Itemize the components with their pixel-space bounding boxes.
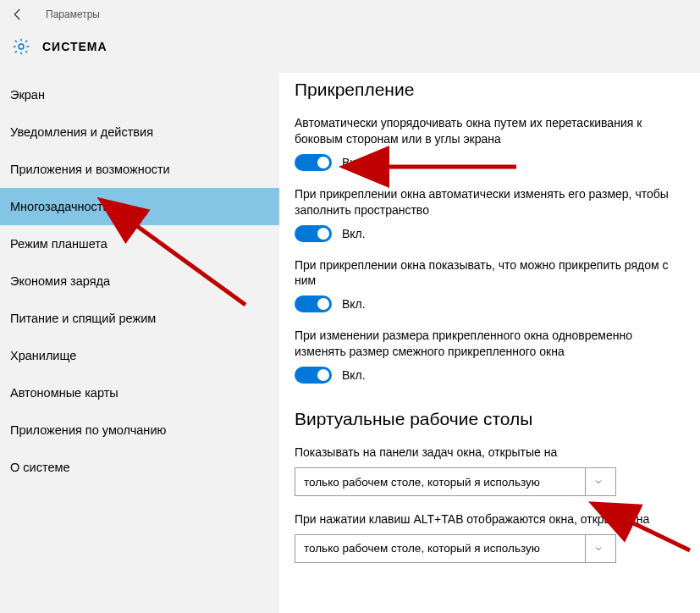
chevron-down-icon	[585, 535, 610, 562]
sidebar-item-apps[interactable]: Приложения и возможности	[0, 151, 279, 188]
titlebar: Параметры	[0, 0, 700, 29]
section-title-snap: Прикрепление	[295, 80, 675, 100]
setting-snap-assist: При прикреплении окна показывать, что мо…	[295, 257, 675, 313]
toggle-state-label: Вкл.	[342, 227, 366, 240]
setting-desc: При прикреплении окна показывать, что мо…	[295, 257, 675, 290]
toggle-state-label: Вкл.	[342, 368, 366, 382]
select-vdesktop-taskbar[interactable]: только рабочем столе, который я использу…	[295, 467, 616, 496]
setting-snap-adjacent-resize: При изменении размера прикрепленного окн…	[295, 328, 675, 384]
chevron-down-icon	[585, 468, 610, 495]
toggle-state-label: Вкл.	[342, 156, 366, 169]
sidebar-item-power[interactable]: Питание и спящий режим	[0, 300, 279, 337]
sidebar-item-storage[interactable]: Хранилище	[0, 337, 279, 374]
sidebar-item-default-apps[interactable]: Приложения по умолчанию	[0, 411, 279, 449]
setting-desc: При изменении размера прикрепленного окн…	[295, 328, 675, 360]
section-title-vdesktops: Виртуальные рабочие столы	[295, 409, 675, 429]
sidebar-item-display[interactable]: Экран	[0, 76, 279, 113]
sidebar: Экран Уведомления и действия Приложения …	[0, 73, 279, 613]
select-value: только рабочем столе, который я использу…	[304, 476, 540, 489]
window-title: Параметры	[46, 8, 100, 20]
setting-snap-auto-arrange: Автоматически упорядочивать окна путем и…	[295, 115, 675, 171]
page-header: СИСТЕМА	[0, 29, 700, 73]
setting-desc: При прикреплении окна автоматически изме…	[295, 186, 675, 218]
sidebar-item-battery[interactable]: Экономия заряда	[0, 262, 279, 300]
vdesktop-taskbar-label: Показывать на панели задач окна, открыты…	[295, 445, 675, 461]
select-value: только рабочем столе, который я использу…	[304, 542, 540, 555]
content-area: Прикрепление Автоматически упорядочивать…	[279, 73, 700, 613]
setting-snap-resize: При прикреплении окна автоматически изме…	[295, 186, 675, 242]
page-title: СИСТЕМА	[42, 40, 107, 53]
sidebar-item-multitasking[interactable]: Многозадачность	[0, 188, 279, 225]
vdesktop-alttab-label: При нажатии клавиш ALT+TAB отображаются …	[295, 511, 675, 527]
toggle-snap-adjacent-resize[interactable]	[295, 367, 332, 384]
sidebar-item-tablet[interactable]: Режим планшета	[0, 225, 279, 262]
sidebar-item-notifications[interactable]: Уведомления и действия	[0, 113, 279, 151]
toggle-snap-auto-arrange[interactable]	[295, 154, 332, 171]
gear-icon	[12, 37, 30, 56]
toggle-snap-resize[interactable]	[295, 225, 332, 242]
select-vdesktop-alttab[interactable]: только рабочем столе, который я использу…	[295, 534, 616, 563]
toggle-snap-assist[interactable]	[295, 295, 332, 312]
toggle-state-label: Вкл.	[342, 297, 366, 311]
setting-desc: Автоматически упорядочивать окна путем и…	[295, 115, 675, 147]
sidebar-item-offline-maps[interactable]: Автономные карты	[0, 374, 279, 411]
sidebar-item-about[interactable]: О системе	[0, 449, 279, 486]
back-button[interactable]	[7, 3, 29, 25]
svg-point-0	[19, 44, 24, 49]
back-arrow-icon	[10, 7, 25, 22]
